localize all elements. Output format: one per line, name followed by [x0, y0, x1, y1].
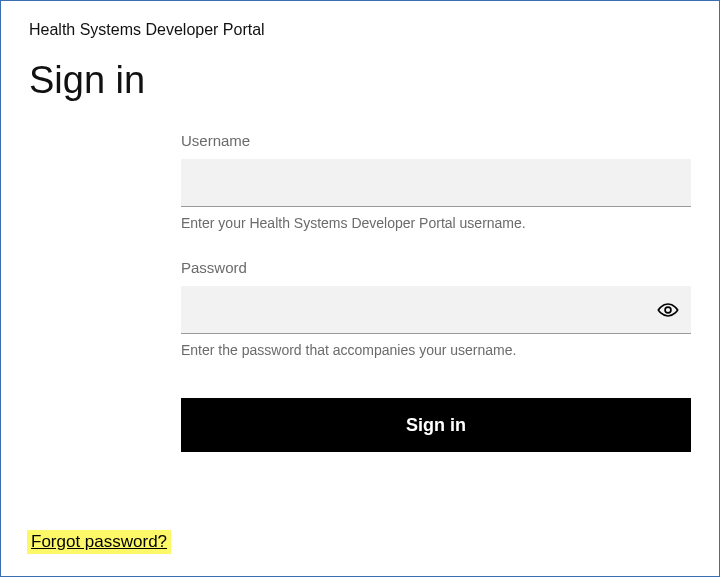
username-input-wrap	[181, 159, 691, 207]
password-help: Enter the password that accompanies your…	[181, 342, 691, 358]
eye-icon	[657, 299, 679, 321]
site-title: Health Systems Developer Portal	[29, 21, 691, 39]
username-group: Username Enter your Health Systems Devel…	[181, 132, 691, 231]
password-group: Password Enter the password that accompa…	[181, 259, 691, 358]
username-help: Enter your Health Systems Developer Port…	[181, 215, 691, 231]
signin-frame: Health Systems Developer Portal Sign in …	[0, 0, 720, 577]
svg-point-0	[665, 307, 671, 313]
page-heading: Sign in	[29, 59, 691, 102]
signin-button[interactable]: Sign in	[181, 398, 691, 452]
username-label: Username	[181, 132, 691, 149]
username-input[interactable]	[181, 159, 691, 206]
forgot-password-link[interactable]: Forgot password?	[27, 530, 171, 554]
toggle-password-visibility[interactable]	[657, 299, 679, 321]
signin-form: Username Enter your Health Systems Devel…	[181, 132, 691, 452]
password-label: Password	[181, 259, 691, 276]
password-input-wrap	[181, 286, 691, 334]
password-input[interactable]	[181, 286, 691, 333]
